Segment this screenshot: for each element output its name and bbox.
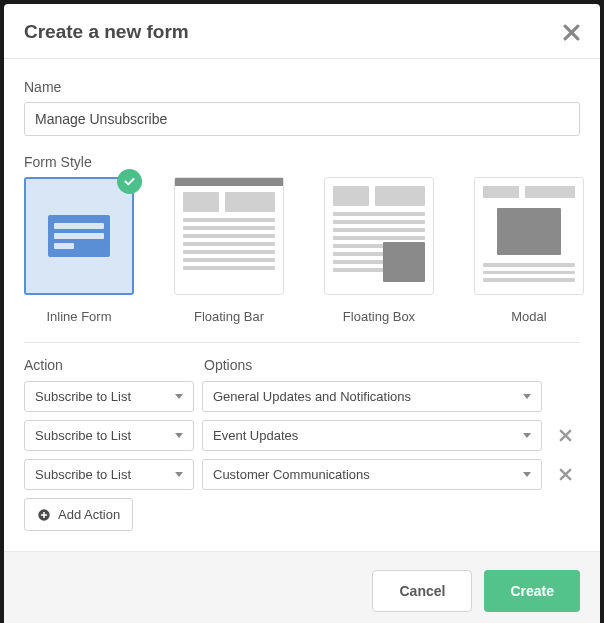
style-label: Inline Form bbox=[46, 309, 111, 324]
chevron-down-icon bbox=[175, 472, 183, 477]
modal-header: Create a new form bbox=[4, 4, 600, 59]
modal-body: Name Form Style Inline Form bbox=[4, 59, 600, 541]
action-dropdown[interactable]: Subscribe to List bbox=[24, 459, 194, 490]
divider bbox=[24, 342, 580, 343]
style-label: Floating Box bbox=[343, 309, 415, 324]
inline-form-preview-icon bbox=[48, 215, 110, 257]
dropdown-value: Subscribe to List bbox=[35, 428, 131, 443]
dropdown-value: Customer Communications bbox=[213, 467, 370, 482]
action-row: Subscribe to List General Updates and No… bbox=[24, 381, 580, 412]
chevron-down-icon bbox=[523, 433, 531, 438]
actions-header: Action Options bbox=[24, 357, 580, 373]
add-action-button[interactable]: Add Action bbox=[24, 498, 133, 531]
plus-circle-icon bbox=[37, 508, 51, 522]
remove-action-button[interactable] bbox=[550, 428, 580, 443]
remove-action-button[interactable] bbox=[550, 467, 580, 482]
options-dropdown[interactable]: Customer Communications bbox=[202, 459, 542, 490]
action-row: Subscribe to List Event Updates bbox=[24, 420, 580, 451]
style-option-floating-bar[interactable]: Floating Bar bbox=[174, 177, 284, 324]
options-column-label: Options bbox=[204, 357, 252, 373]
close-icon bbox=[558, 467, 573, 482]
floating-box-preview-icon bbox=[383, 242, 425, 282]
close-icon bbox=[558, 428, 573, 443]
style-option-modal[interactable]: Modal bbox=[474, 177, 584, 324]
dropdown-value: Subscribe to List bbox=[35, 467, 131, 482]
selected-badge bbox=[117, 169, 142, 194]
action-column-label: Action bbox=[24, 357, 204, 373]
floating-bar-preview-icon bbox=[175, 178, 283, 186]
dropdown-value: Event Updates bbox=[213, 428, 298, 443]
action-dropdown[interactable]: Subscribe to List bbox=[24, 420, 194, 451]
style-card-modal bbox=[474, 177, 584, 295]
options-dropdown[interactable]: Event Updates bbox=[202, 420, 542, 451]
style-label: Floating Bar bbox=[194, 309, 264, 324]
check-icon bbox=[123, 175, 136, 188]
create-button[interactable]: Create bbox=[484, 570, 580, 612]
style-label: Modal bbox=[511, 309, 546, 324]
style-card-floating-box bbox=[324, 177, 434, 295]
modal-preview-icon bbox=[497, 208, 561, 255]
chevron-down-icon bbox=[175, 394, 183, 399]
name-input[interactable] bbox=[24, 102, 580, 136]
name-label: Name bbox=[24, 79, 580, 95]
create-form-modal: Create a new form Name Form Style bbox=[4, 4, 600, 623]
options-dropdown[interactable]: General Updates and Notifications bbox=[202, 381, 542, 412]
name-section: Name bbox=[24, 79, 580, 136]
dropdown-value: General Updates and Notifications bbox=[213, 389, 411, 404]
form-style-section: Form Style Inline Form bbox=[24, 154, 580, 324]
add-action-label: Add Action bbox=[58, 507, 120, 522]
chevron-down-icon bbox=[523, 472, 531, 477]
dropdown-value: Subscribe to List bbox=[35, 389, 131, 404]
action-row: Subscribe to List Customer Communication… bbox=[24, 459, 580, 490]
actions-section: Action Options Subscribe to List General… bbox=[24, 357, 580, 531]
chevron-down-icon bbox=[523, 394, 531, 399]
modal-title: Create a new form bbox=[24, 21, 189, 43]
form-style-label: Form Style bbox=[24, 154, 580, 170]
style-card-floating-bar bbox=[174, 177, 284, 295]
style-option-floating-box[interactable]: Floating Box bbox=[324, 177, 434, 324]
style-card-inline bbox=[24, 177, 134, 295]
modal-footer: Cancel Create bbox=[4, 551, 600, 623]
cancel-button[interactable]: Cancel bbox=[372, 570, 472, 612]
chevron-down-icon bbox=[175, 433, 183, 438]
close-button[interactable] bbox=[563, 24, 580, 41]
style-option-inline-form[interactable]: Inline Form bbox=[24, 177, 134, 324]
action-dropdown[interactable]: Subscribe to List bbox=[24, 381, 194, 412]
close-icon bbox=[563, 24, 580, 41]
form-style-row: Inline Form Floating Bar bbox=[24, 177, 580, 324]
